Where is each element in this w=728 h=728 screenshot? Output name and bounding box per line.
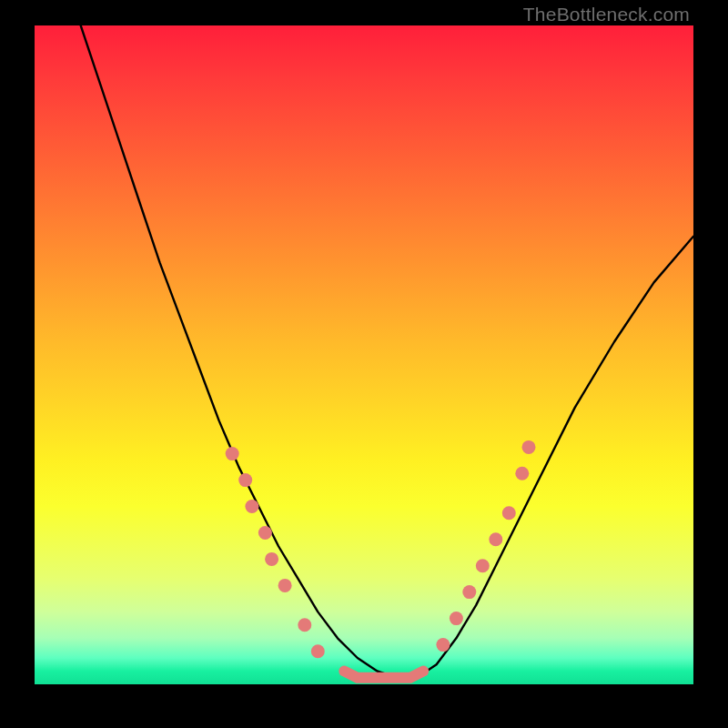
right-dot-cluster — [436, 440, 535, 652]
data-point — [522, 440, 536, 454]
plot-inner — [35, 25, 693, 684]
chart-frame: TheBottleneck.com — [0, 0, 728, 728]
data-point — [436, 638, 450, 652]
data-point — [265, 552, 278, 566]
watermark-text: TheBottleneck.com — [523, 4, 690, 25]
plot-area — [35, 25, 693, 684]
curve-layer — [35, 25, 693, 684]
data-point — [226, 447, 239, 460]
data-point — [245, 500, 258, 513]
data-point — [450, 612, 463, 625]
data-point — [515, 467, 529, 480]
data-point — [278, 579, 292, 592]
data-point — [298, 618, 311, 632]
data-point — [462, 585, 476, 599]
data-point — [489, 532, 502, 546]
data-point — [476, 559, 490, 572]
data-point — [238, 473, 252, 487]
data-point — [311, 644, 325, 658]
bottom-flat-segment — [344, 672, 423, 678]
data-point — [258, 526, 272, 540]
data-point — [502, 506, 516, 520]
left-dot-cluster — [226, 447, 325, 658]
bottleneck-curve — [81, 25, 693, 678]
